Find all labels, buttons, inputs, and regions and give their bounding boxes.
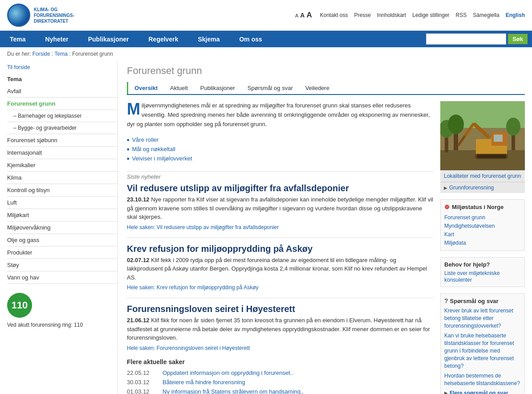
link-vare-roller: Våre roller (127, 135, 433, 144)
sidebar-item-kjemikalier: Kjemikalier (7, 159, 118, 172)
sidebar-nav: Avfall Forurenset grunn – Barnehager og … (7, 85, 118, 284)
several-item-2: 01.03.12 Ny informasjon frå Statens strå… (127, 387, 433, 394)
news-link-3: Hele saken: Forurensningsloven seiret i … (127, 345, 433, 351)
font-size-controls[interactable]: A A A (295, 11, 312, 20)
font-size-medium[interactable]: A (300, 12, 305, 19)
search-button[interactable]: Søk (508, 34, 528, 44)
english-lang-link[interactable]: English (506, 12, 525, 18)
right-image-box: Lokaliteter med forurenset grunn Grunnfo… (440, 101, 525, 193)
navigation-bar: Tema Nyheter Publikasjoner Regelverk Skj… (0, 31, 532, 47)
right-sidebar: Lokaliteter med forurenset grunn Grunnfo… (440, 101, 525, 394)
kontakt-oss-link[interactable]: Kontakt oss (320, 12, 348, 18)
news-headline-3: Forurensningsloven seiret i Høyesterett (127, 304, 433, 314)
main-layout: Til forside Tema Avfall Forurenset grunn… (0, 61, 532, 394)
siste-nyheter-label: Siste nyheter (127, 173, 433, 180)
breadcrumb-tema[interactable]: Tema (55, 51, 68, 57)
sidebar-item-klima: Klima (7, 172, 118, 184)
rss-link[interactable]: RSS (456, 12, 467, 18)
tab-publikasjoner[interactable]: Publikasjoner (194, 82, 241, 94)
sidebar-item-vann: Vann og hav (7, 271, 118, 284)
breadcrumb: Du er her: Forside : Tema : Forurenset g… (0, 47, 532, 61)
right-image (440, 101, 525, 170)
article-links: Våre roller Mål og nøkkeltall Veiviser i… (127, 135, 433, 163)
miljostatus-link-3: Miljødata (444, 238, 521, 247)
tab-sporsmal[interactable]: Spørsmål og svar (241, 82, 299, 94)
samegiella-link[interactable]: Sámegiella (473, 12, 499, 18)
top-links: A A A Kontakt oss Presse Innholdskart Le… (295, 11, 525, 20)
flere-sporsmal-link: Flere spørsmål og svar (444, 390, 521, 394)
emergency-box: 110 Ved akutt forurensning ring: 110 (7, 293, 118, 329)
news-body-2: 02.07.12 Klif fekk i 2009 rydja opp på d… (127, 256, 433, 282)
grunnforurensning-link: Grunnforurensning (440, 182, 525, 193)
tab-oversikt[interactable]: Oversikt (127, 82, 164, 94)
sporsmal-title: ? Spørsmål og svar (444, 297, 521, 304)
flere-saker-title: Flere aktuelle saker (127, 358, 433, 365)
several-item-0: 22.05.12 Oppdatert informasjon om oppryd… (127, 368, 433, 378)
back-to-forside-link[interactable]: Til forside (7, 61, 118, 76)
news-headline-2: Krev refusjon for miljøopprydding på Ask… (127, 243, 433, 254)
breadcrumb-current: Forurenset grunn (72, 51, 113, 57)
top-bar: KLIMA- OG FORURENSNINGS- DIREKTORATET A … (0, 0, 532, 31)
news-body-3: 21.06.12 Klif fikk for noen år siden fje… (127, 316, 433, 342)
news-body-1: 23.10.12 Nye rapporter fra Klif viser at… (127, 195, 433, 222)
tab-aktuelt[interactable]: Aktuelt (164, 82, 194, 94)
sidebar-item-kontroll: Kontroll og tilsyn (7, 184, 118, 197)
sidebar: Til forside Tema Avfall Forurenset grunn… (0, 61, 118, 394)
emergency-text: Ved akutt forurensning ring: 110 (7, 321, 118, 329)
miljostatus-link-0: Forurenset grunn (444, 213, 521, 222)
sidebar-item-miljokart: Miljøkart (7, 209, 118, 222)
sidebar-item-avfall: Avfall (7, 85, 118, 98)
search-input[interactable] (426, 33, 506, 45)
sporsmal-item-1: Kan vi bruke helsebaserte tilstandsklass… (444, 332, 521, 369)
news-link-2: Hele saken: Krev refusjon for miljøoppry… (127, 284, 433, 291)
font-size-large[interactable]: A (306, 11, 312, 20)
content-area: Forurenset grunn Oversikt Aktuelt Publik… (118, 61, 532, 394)
sidebar-item-sjobunn: Forurenset sjøbunn (7, 134, 118, 147)
svg-point-8 (506, 118, 520, 135)
sidebar-item-internasjonalt: Internasjonalt (7, 147, 118, 159)
logo-text: KLIMA- OG FORURENSNINGS- DIREKTORATET (34, 7, 74, 24)
behov-box: Behov for hjelp? Liste over miljøteknisk… (440, 257, 525, 287)
sidebar-item-miljoovervaking: Miljøovervåkning (7, 222, 118, 234)
article-body: Miljøvernmyndighetenes mål er at spredni… (127, 101, 433, 394)
miljostatus-title: ⊕ Miljøstatus i Norge (444, 203, 521, 210)
link-veiviser: Veiviser i miljølovverket (127, 154, 433, 163)
svg-point-7 (448, 115, 464, 134)
svg-rect-16 (477, 155, 506, 158)
link-mal-nokkeltall: Mål og nøkkeltall (127, 144, 433, 154)
news-link-1: Hele saken: Vil redusere utslipp av milj… (127, 224, 433, 230)
svg-rect-11 (494, 135, 503, 142)
shield-icon: ⊕ (444, 203, 450, 210)
emergency-number: 110 (7, 293, 32, 318)
nav-tema[interactable]: Tema (0, 31, 36, 47)
breadcrumb-forside[interactable]: Forside (32, 51, 50, 57)
font-size-small[interactable]: A (295, 13, 298, 18)
sidebar-item-olje: Olje og gass (7, 234, 118, 246)
nav-regelverk[interactable]: Regelverk (139, 31, 188, 47)
nav-skjema[interactable]: Skjema (188, 31, 229, 47)
question-icon: ? (444, 297, 448, 304)
news-item-1: Vil redusere utslipp av miljøgifter fra … (127, 183, 433, 230)
ledige-stillinger-link[interactable]: Ledige stillinger (412, 12, 449, 18)
nav-nyheter[interactable]: Nyheter (36, 31, 78, 47)
miljostatus-link-2: Kart (444, 230, 521, 238)
sporsmal-item-0: Krever bruk av lett forurenset betong ti… (444, 307, 521, 329)
sporsmal-item-2: Hvordan bestemmes de helsebaserte tilsta… (444, 372, 521, 387)
several-item-1: 30.03.12 Båteiere må hindre forurensning (127, 378, 433, 387)
nav-om-oss[interactable]: Om oss (229, 31, 272, 47)
sidebar-item-stoy: Støy (7, 259, 118, 271)
sidebar-item-luft: Luft (7, 197, 118, 209)
innholdskart-link[interactable]: Innholdskart (377, 12, 406, 18)
logo-icon (7, 4, 30, 27)
sidebar-item-barnehager: – Barnehager og lekeplasser (7, 110, 118, 122)
news-item-2: Krev refusjon for miljøopprydding på Ask… (127, 238, 433, 291)
search-area: Søk (422, 31, 532, 47)
nav-publikasjoner[interactable]: Publikasjoner (78, 31, 139, 47)
news-headline-1: Vil redusere utslipp av miljøgifter fra … (127, 183, 433, 193)
breadcrumb-prefix: Du er her: (7, 51, 31, 57)
behov-title: Behov for hjelp? (444, 261, 521, 268)
tab-veiledere[interactable]: Veiledere (299, 82, 336, 94)
page-title: Forurenset grunn (127, 65, 525, 77)
lokaliteter-link: Lokaliteter med forurenset grunn (444, 173, 521, 179)
presse-link[interactable]: Presse (354, 12, 370, 18)
